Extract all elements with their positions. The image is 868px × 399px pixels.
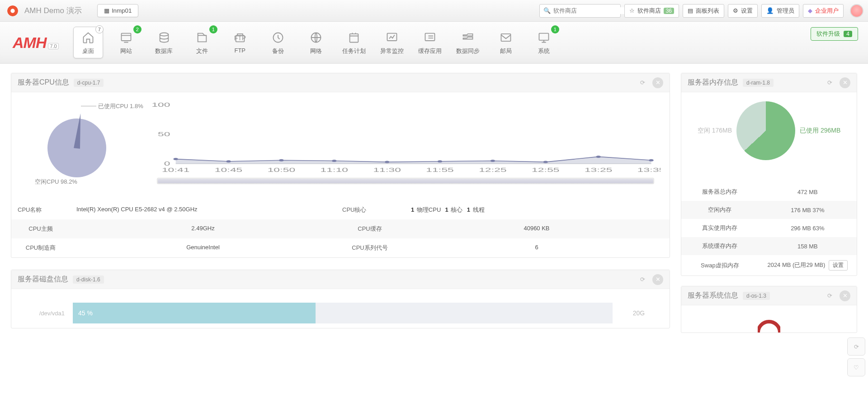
close-icon[interactable]: ✕ xyxy=(840,77,850,88)
nav-item-0[interactable]: 桌面7 xyxy=(73,27,103,58)
nav-item-12[interactable]: 系统1 xyxy=(529,27,559,58)
cpu-name-k: CPU名称 xyxy=(11,200,70,219)
settings-label: 设置 xyxy=(741,7,753,15)
nav-icon xyxy=(346,31,362,44)
search-input[interactable] xyxy=(553,7,629,14)
svg-text:13:25: 13:25 xyxy=(585,167,612,173)
nav-item-8[interactable]: 异常监控 xyxy=(377,27,407,58)
diamond-icon: ◆ xyxy=(808,7,812,14)
nav-item-3[interactable]: 文件1 xyxy=(187,27,217,58)
svg-point-19 xyxy=(385,161,389,163)
nav-item-10[interactable]: 数据同步 xyxy=(453,27,483,58)
disk-panel: 服务器磁盘信息 d-disk-1.6 ⟳ ✕ /dev/vda1 45 % 20… xyxy=(11,270,670,328)
cpu-panel-tag[interactable]: d-cpu-1.7 xyxy=(74,79,104,87)
svg-point-22 xyxy=(543,161,548,163)
svg-text:10:45: 10:45 xyxy=(215,167,242,173)
cpu-pie: 已使用CPU 1.8% 空闲CPU 98.2% xyxy=(20,100,133,184)
cpu-family-v: 6 xyxy=(404,238,670,257)
close-icon[interactable]: ✕ xyxy=(652,274,663,285)
ram-panel-tag[interactable]: d-ram-1.8 xyxy=(743,79,774,87)
cpu-info-grid: CPU名称 Intel(R) Xeon(R) CPU E5-2682 v4 @ … xyxy=(11,200,670,257)
enterprise-button[interactable]: ◆ 企业用户 xyxy=(803,4,844,18)
cpu-vendor-k: CPU制造商 xyxy=(11,238,70,257)
cpu-cache-k: CPU缓存 xyxy=(336,219,404,238)
refresh-icon[interactable]: ⟳ xyxy=(637,274,648,285)
panel-list-button[interactable]: ▤ 面板列表 xyxy=(683,4,724,18)
ram-row-k: 空闲内存 xyxy=(681,201,759,219)
nav-label: 文件 xyxy=(196,47,208,55)
ram-panel-title: 服务器内存信息 xyxy=(688,78,738,87)
nav-icon xyxy=(270,31,286,44)
svg-text:10:41: 10:41 xyxy=(162,167,189,173)
svg-text:11:55: 11:55 xyxy=(426,167,453,173)
nav-item-7[interactable]: 任务计划 xyxy=(339,27,369,58)
global-refresh-button[interactable]: ⟳ xyxy=(847,337,865,342)
navbar: AMH 7.0 桌面7网站2数据库文件1FTPFTP备份网络任务计划异常监控缓存… xyxy=(0,22,868,64)
software-store-button[interactable]: ☆ 软件商店 36 xyxy=(624,4,679,18)
nav-icon xyxy=(308,31,324,44)
ram-row-v: 176 MB 37% xyxy=(759,201,857,219)
disk-usage-bar: 45 % xyxy=(73,303,613,323)
refresh-icon[interactable]: ⟳ xyxy=(824,290,835,301)
software-upgrade-button[interactable]: 软件升级 4 xyxy=(811,27,858,41)
svg-point-15 xyxy=(174,158,178,160)
svg-point-18 xyxy=(332,160,336,162)
cpu-cores-k: CPU核心 xyxy=(336,200,404,219)
app-title: AMH Demo 演示 xyxy=(24,5,82,16)
svg-point-21 xyxy=(491,160,495,162)
nav-label: 缓存应用 xyxy=(418,47,442,55)
cpu-free-label: 空闲CPU 98.2% xyxy=(35,178,77,186)
ram-total-k: 服务器总内存 xyxy=(681,183,759,201)
nav-icon xyxy=(384,31,400,44)
admin-button[interactable]: 👤 管理员 xyxy=(761,4,799,18)
grid-icon: ▦ xyxy=(104,7,109,14)
close-icon[interactable]: ✕ xyxy=(652,77,663,88)
disk-panel-title: 服务器磁盘信息 xyxy=(18,275,68,284)
host-name: lnmp01 xyxy=(112,7,132,14)
upgrade-count: 4 xyxy=(844,31,852,37)
user-icon: 👤 xyxy=(766,7,774,14)
os-panel-tag[interactable]: d-os-1.3 xyxy=(743,292,770,300)
chart-scrollbar[interactable] xyxy=(157,178,654,184)
os-panel: 服务器系统信息 d-os-1.3 ⟳ ✕ xyxy=(681,286,857,333)
cpu-panel: 服务器CPU信息 d-cpu-1.7 ⟳ ✕ 已使用CPU 1.8% 空闲CPU… xyxy=(11,73,670,258)
store-count: 36 xyxy=(664,8,674,14)
panel-list-label: 面板列表 xyxy=(696,7,719,15)
avatar[interactable] xyxy=(850,4,863,18)
nav-item-1[interactable]: 网站2 xyxy=(111,27,141,58)
svg-point-24 xyxy=(649,159,653,162)
nav-icon xyxy=(156,31,172,44)
nav-label: 系统 xyxy=(538,47,550,55)
page: 服务器CPU信息 d-cpu-1.7 ⟳ ✕ 已使用CPU 1.8% 空闲CPU… xyxy=(0,64,868,342)
refresh-icon[interactable]: ⟳ xyxy=(824,77,835,88)
svg-point-16 xyxy=(226,160,231,162)
nav-label: 数据库 xyxy=(155,47,173,55)
nav-icon xyxy=(194,31,210,44)
disk-panel-tag[interactable]: d-disk-1.6 xyxy=(73,276,104,284)
nav-item-6[interactable]: 网络 xyxy=(301,27,331,58)
nav-icon xyxy=(118,31,134,44)
brand-name: AMH xyxy=(13,34,46,52)
svg-text:FTP: FTP xyxy=(234,34,246,42)
host-selector[interactable]: ▦ lnmp01 xyxy=(97,4,139,17)
svg-text:100: 100 xyxy=(151,102,170,108)
settings-button[interactable]: ⚙ 设置 xyxy=(728,4,758,18)
refresh-icon[interactable]: ⟳ xyxy=(637,77,648,88)
svg-text:13:35: 13:35 xyxy=(637,167,660,173)
nav-item-2[interactable]: 数据库 xyxy=(149,27,179,58)
nav-label: FTP xyxy=(234,47,245,54)
nav-item-11[interactable]: 邮局 xyxy=(491,27,521,58)
nav-badge: 1 xyxy=(209,25,217,33)
nav-label: 网站 xyxy=(120,47,132,55)
close-icon[interactable]: ✕ xyxy=(840,290,850,301)
nav-item-5[interactable]: 备份 xyxy=(263,27,293,58)
nav-item-9[interactable]: 缓存应用 xyxy=(415,27,445,58)
nav-badge: 2 xyxy=(133,25,142,33)
swap-settings-button[interactable]: 设置 xyxy=(829,260,848,271)
star-icon: ☆ xyxy=(629,7,635,14)
ram-row-v: 158 MB xyxy=(759,237,857,255)
nav-item-4[interactable]: FTPFTP xyxy=(225,27,255,58)
svg-point-20 xyxy=(438,160,442,162)
search-input-wrap[interactable]: 🔍 xyxy=(539,4,621,18)
cpu-vendor-v: GenuineIntel xyxy=(70,238,336,257)
